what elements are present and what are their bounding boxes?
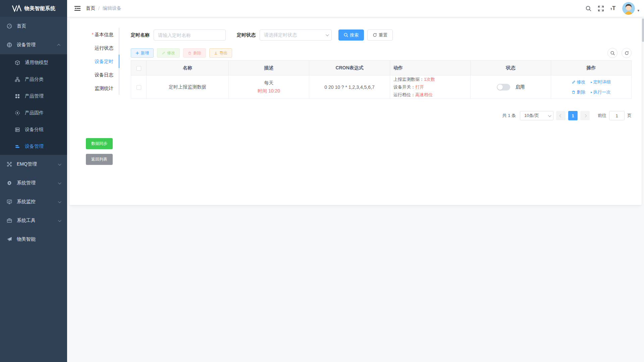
- chevron-down-icon: [58, 181, 61, 184]
- toolbox-icon: [7, 218, 12, 223]
- action-label: 运行档位：: [393, 92, 415, 97]
- detail-side-buttons: 数据同步 返回列表: [86, 138, 119, 165]
- row-operations: 修改 ▸ 定时详细 删除: [572, 79, 611, 95]
- export-button[interactable]: 导出: [209, 48, 232, 58]
- refresh-icon: [373, 33, 377, 37]
- reset-button[interactable]: 重置: [367, 29, 393, 41]
- fullscreen-icon[interactable]: [598, 6, 604, 11]
- timer-name-input[interactable]: [154, 29, 226, 41]
- sidebar-item-product-firmware[interactable]: 产品固件: [0, 105, 67, 121]
- plus-icon: [136, 51, 139, 55]
- back-to-list-button[interactable]: 返回列表: [86, 154, 113, 165]
- timer-table: 名称 描述 CRON表达式 动作 状态 操作 定时上报监测数据 每天: [131, 60, 632, 99]
- refresh-table-button[interactable]: [622, 48, 632, 58]
- sidebar-item-device-list[interactable]: 设备管理: [0, 138, 67, 155]
- row-edit-link[interactable]: 修改: [572, 79, 585, 85]
- header-search-icon[interactable]: [586, 6, 591, 11]
- tab-label: 设备定时: [95, 59, 113, 64]
- col-description: 描述: [229, 61, 309, 75]
- sidebar-item-thing-model[interactable]: 通用物模型: [0, 54, 67, 71]
- action-value: 打开: [415, 84, 424, 89]
- tab-run-status[interactable]: 运行状态: [69, 41, 119, 55]
- search-button[interactable]: 搜索: [338, 29, 364, 41]
- sidebar-item-emq-management[interactable]: EMQ管理: [0, 155, 67, 174]
- status-label: 启用: [515, 84, 525, 89]
- scrollbar-thumb[interactable]: [642, 18, 644, 42]
- page-size-value: 10条/页: [524, 113, 539, 119]
- breadcrumb-current: 编辑设备: [103, 5, 121, 11]
- device-management-submenu: 通用物模型 产品分类 产品管理 产品固件 设备分组 设备管理: [0, 54, 67, 155]
- add-button-label: 新增: [141, 50, 149, 56]
- desc-line1: 每天: [229, 80, 309, 86]
- cell-status: 启用: [471, 75, 551, 99]
- sidebar-item-device-group[interactable]: 设备分组: [0, 121, 67, 138]
- delete-button[interactable]: 删除: [183, 48, 206, 58]
- sidebar-toggle-icon[interactable]: [74, 6, 80, 11]
- pagination: 共 1 条 10条/页 1 前往 页: [131, 111, 632, 120]
- timer-status-select[interactable]: 请选择定时状态: [260, 29, 332, 41]
- toggle-search-button[interactable]: [607, 48, 618, 58]
- next-page-button[interactable]: [580, 111, 590, 120]
- firmware-icon: [15, 110, 20, 116]
- row-checkbox[interactable]: [137, 85, 141, 90]
- tab-monitor-stats[interactable]: 监测统计: [69, 81, 119, 95]
- required-asterisk: *: [92, 32, 94, 37]
- page-unit-label: 页: [627, 113, 632, 119]
- action-line: 设备开关：打开: [393, 83, 470, 91]
- sidebar-item-label: 首页: [17, 23, 26, 29]
- goto-page-group: 前往 页: [598, 111, 632, 120]
- chevron-down-icon: [58, 200, 61, 203]
- sidebar-item-system-tools[interactable]: 系统工具: [0, 211, 67, 230]
- select-all-cell: [131, 61, 147, 75]
- tab-device-timer[interactable]: 设备定时: [69, 55, 119, 68]
- user-menu[interactable]: ▾: [622, 2, 639, 15]
- sidebar-item-product-management[interactable]: 产品管理: [0, 88, 67, 105]
- filter-form: 定时名称 定时状态 请选择定时状态 搜索 重置: [131, 29, 632, 41]
- sidebar-item-system-monitor[interactable]: 系统监控: [0, 192, 67, 211]
- select-all-checkbox[interactable]: [137, 66, 141, 71]
- page-number-1[interactable]: 1: [568, 111, 578, 120]
- sidebar-item-home[interactable]: 首页: [0, 17, 67, 36]
- app-title: 物美智能系统: [24, 5, 56, 12]
- cube-icon: [15, 60, 20, 65]
- trash-icon: [188, 51, 192, 55]
- timer-panel: 定时名称 定时状态 请选择定时状态 搜索 重置: [119, 18, 642, 205]
- edit-button[interactable]: 修改: [157, 48, 180, 58]
- data-sync-button[interactable]: 数据同步: [86, 138, 113, 149]
- tab-basic-info[interactable]: *基本信息: [69, 28, 119, 41]
- goto-page-input[interactable]: [609, 111, 625, 120]
- tab-label: 监测统计: [95, 85, 113, 91]
- layout-size-icon[interactable]: тT: [610, 5, 616, 12]
- row-run-once-link[interactable]: ▸ 执行一次: [591, 89, 611, 95]
- prev-page-button[interactable]: [556, 111, 566, 120]
- sidebar-item-label: 设备管理: [25, 143, 44, 149]
- top-navbar: 首页 / 编辑设备 тT ▾: [67, 0, 644, 17]
- add-button[interactable]: 新增: [131, 48, 154, 58]
- tree-icon: [15, 77, 20, 82]
- app-logo: 物美智能系统: [0, 0, 67, 17]
- logo-icon: [12, 5, 22, 12]
- detail-tabs-column: *基本信息 运行状态 设备定时 设备日志 监测统计 数据同步 返回列表: [69, 18, 119, 205]
- goto-label: 前往: [598, 113, 606, 119]
- page-size-select[interactable]: 10条/页: [520, 111, 553, 120]
- select-placeholder: 请选择定时状态: [264, 32, 297, 38]
- cell-action: 上报监测数据：1次数 设备开关：打开 运行档位：高速档位: [390, 75, 471, 99]
- sidebar-item-system-management[interactable]: 系统管理: [0, 174, 67, 192]
- row-timer-detail-link[interactable]: ▸ 定时详细: [591, 79, 611, 85]
- tab-label: 基本信息: [95, 32, 113, 37]
- chevron-left-icon: [559, 114, 562, 117]
- cell-name: 定时上报监测数据: [147, 75, 229, 99]
- avatar[interactable]: [622, 2, 635, 15]
- op-label: 执行一次: [593, 89, 611, 95]
- sidebar-item-label: 系统监控: [17, 199, 36, 205]
- action-value: 1次数: [424, 77, 435, 82]
- sidebar-item-device-management[interactable]: 设备管理: [0, 36, 67, 54]
- status-toggle[interactable]: [497, 84, 510, 90]
- sidebar-item-product-category[interactable]: 产品分类: [0, 71, 67, 88]
- breadcrumb-home[interactable]: 首页: [86, 5, 95, 11]
- timer-name-label: 定时名称: [131, 32, 150, 38]
- row-delete-link[interactable]: 删除: [572, 89, 585, 95]
- caret-down-icon[interactable]: ▾: [637, 8, 639, 13]
- sidebar-item-wumei-smart[interactable]: 物美智能: [0, 230, 67, 249]
- tab-device-log[interactable]: 设备日志: [69, 68, 119, 81]
